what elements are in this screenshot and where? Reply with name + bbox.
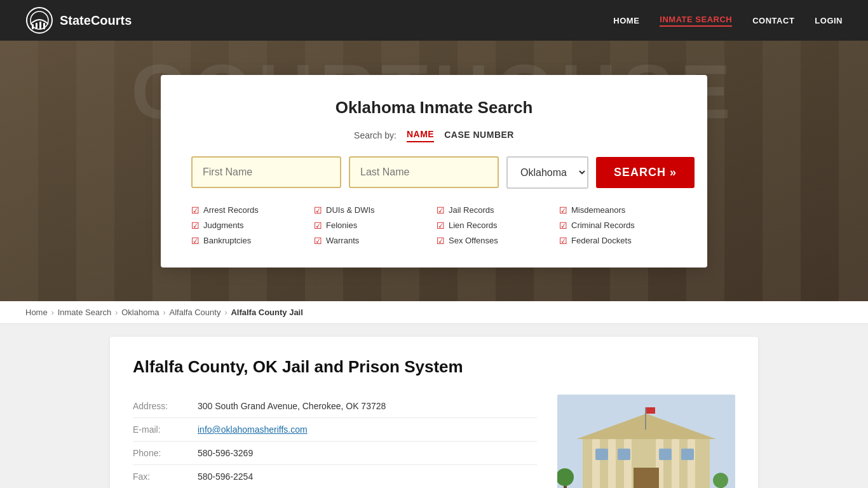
address-label: Address: [133, 401, 190, 411]
phone-value: 580-596-3269 [198, 448, 253, 458]
check-icon: ☑ [191, 220, 200, 231]
check-item: ☑ DUIs & DWIs [314, 204, 431, 217]
search-card: Oklahoma Inmate Search Search by: NAME C… [161, 75, 707, 268]
check-item: ☑ Jail Records [437, 204, 554, 217]
check-item: ☑ Federal Dockets [559, 234, 677, 247]
logo-icon [25, 6, 53, 34]
check-label: Felonies [326, 220, 357, 230]
checks-grid: ☑ Arrest Records☑ DUIs & DWIs☑ Jail Reco… [191, 204, 677, 247]
info-row-phone: Phone: 580-596-3269 [133, 442, 537, 465]
breadcrumb: Home › Inmate Search › Oklahoma › Alfalf… [0, 301, 868, 324]
check-label: Federal Dockets [571, 236, 632, 245]
svg-rect-5 [43, 23, 45, 29]
address-value: 300 South Grand Avenue, Cherokee, OK 737… [198, 401, 386, 411]
tab-name[interactable]: NAME [407, 129, 434, 142]
svg-rect-11 [608, 439, 616, 488]
check-item: ☑ Lien Records [437, 219, 554, 232]
info-row-fax: Fax: 580-596-2254 [133, 465, 537, 488]
logo-text: StateCourts [60, 13, 132, 28]
search-by-label: Search by: [354, 130, 397, 140]
breadcrumb-state[interactable]: Oklahoma [121, 308, 159, 317]
nav-login[interactable]: LOGIN [815, 16, 843, 25]
info-row-email: E-mail: info@oklahomasheriffs.com [133, 418, 537, 442]
svg-rect-20 [618, 449, 630, 460]
breadcrumb-sep-3: › [163, 308, 165, 317]
check-label: Sex Offenses [449, 236, 498, 245]
check-label: Lien Records [449, 220, 498, 230]
check-icon: ☑ [191, 236, 200, 246]
building-image [557, 395, 735, 488]
breadcrumb-inmate-search[interactable]: Inmate Search [58, 308, 112, 317]
check-icon: ☑ [437, 220, 445, 231]
check-label: Arrest Records [203, 205, 259, 215]
info-layout: Address: 300 South Grand Avenue, Cheroke… [133, 395, 735, 488]
check-item: ☑ Criminal Records [559, 219, 677, 232]
check-item: ☑ Arrest Records [191, 204, 309, 217]
check-item: ☑ Felonies [314, 219, 431, 232]
svg-rect-16 [634, 468, 659, 488]
svg-rect-12 [624, 439, 632, 488]
last-name-input[interactable] [349, 156, 499, 188]
nav-contact[interactable]: CONTACT [752, 16, 794, 25]
search-button[interactable]: SEARCH » [596, 157, 695, 188]
check-item: ☑ Sex Offenses [437, 234, 554, 247]
breadcrumb-sep-1: › [51, 308, 54, 317]
phone-label: Phone: [133, 448, 190, 458]
check-label: Warrants [326, 236, 359, 245]
svg-point-26 [713, 473, 728, 488]
breadcrumb-sep-4: › [224, 308, 227, 317]
check-icon: ☑ [559, 236, 567, 246]
check-label: Bankruptcies [203, 236, 251, 245]
tab-case-number[interactable]: CASE NUMBER [444, 130, 514, 142]
email-value[interactable]: info@oklahomasheriffs.com [198, 424, 308, 435]
check-label: Criminal Records [571, 220, 635, 230]
nav-home[interactable]: HOME [613, 16, 639, 25]
info-table: Address: 300 South Grand Avenue, Cheroke… [133, 395, 537, 488]
svg-rect-3 [36, 23, 37, 29]
svg-rect-28 [646, 407, 655, 414]
search-card-title: Oklahoma Inmate Search [191, 98, 677, 118]
check-icon: ☑ [191, 205, 200, 215]
breadcrumb-current: Alfalfa County Jail [231, 308, 302, 317]
main-nav: HOME INMATE SEARCH CONTACT LOGIN [613, 15, 843, 27]
first-name-input[interactable] [191, 156, 341, 188]
main-content: Alfalfa County, OK Jail and Prison Syste… [85, 324, 783, 488]
info-row-address: Address: 300 South Grand Avenue, Cheroke… [133, 395, 537, 418]
breadcrumb-sep-2: › [115, 308, 118, 317]
content-card: Alfalfa County, OK Jail and Prison Syste… [110, 337, 758, 488]
check-icon: ☑ [314, 205, 322, 215]
state-select[interactable]: Oklahoma Alabama Alaska Arizona Arkansas… [506, 156, 588, 189]
check-item: ☑ Warrants [314, 234, 431, 247]
search-by-row: Search by: NAME CASE NUMBER [191, 129, 677, 142]
email-label: E-mail: [133, 424, 190, 435]
check-item: ☑ Misdemeanors [559, 204, 677, 217]
check-icon: ☑ [437, 205, 445, 215]
check-label: Judgments [203, 220, 244, 230]
search-inputs-row: Oklahoma Alabama Alaska Arizona Arkansas… [191, 156, 677, 189]
svg-rect-19 [595, 449, 608, 460]
nav-inmate-search[interactable]: INMATE SEARCH [660, 15, 732, 27]
svg-rect-15 [688, 439, 695, 488]
breadcrumb-home[interactable]: Home [25, 308, 48, 317]
check-icon: ☑ [314, 220, 322, 231]
site-header: StateCourts HOME INMATE SEARCH CONTACT L… [0, 0, 868, 41]
check-icon: ☑ [559, 205, 567, 215]
hero-section: COURTHOUSE Oklahoma Inmate Search Search… [0, 41, 868, 301]
logo[interactable]: StateCourts [25, 6, 132, 34]
check-icon: ☑ [437, 236, 445, 246]
svg-rect-2 [32, 24, 34, 29]
svg-rect-21 [659, 449, 672, 460]
check-label: DUIs & DWIs [326, 205, 375, 215]
svg-rect-27 [645, 407, 646, 430]
check-icon: ☑ [314, 236, 322, 246]
fax-label: Fax: [133, 471, 190, 482]
svg-rect-14 [672, 439, 679, 488]
svg-rect-22 [681, 449, 694, 460]
check-icon: ☑ [559, 220, 567, 231]
check-label: Jail Records [449, 205, 494, 215]
check-item: ☑ Judgments [191, 219, 309, 232]
building-svg [557, 395, 735, 488]
breadcrumb-county[interactable]: Alfalfa County [169, 308, 220, 317]
content-title: Alfalfa County, OK Jail and Prison Syste… [133, 357, 735, 377]
fax-value: 580-596-2254 [198, 471, 253, 482]
